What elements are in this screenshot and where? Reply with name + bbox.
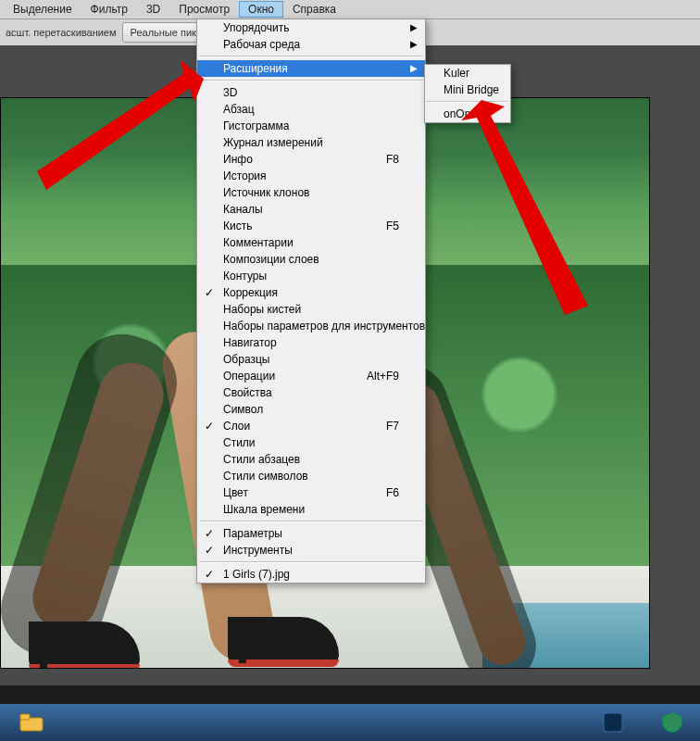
menu-item-label: Образцы xyxy=(223,353,269,366)
menu-item[interactable]: ЦветF6 xyxy=(197,484,425,501)
menu-item[interactable]: Шкала времени xyxy=(197,501,425,518)
menu-item-label: Контуры xyxy=(223,270,267,283)
menu-item-view[interactable]: Просмотр xyxy=(169,1,239,18)
submenu-arrow-icon: ▶ xyxy=(410,36,418,53)
menu-item[interactable]: Абзац xyxy=(197,101,425,118)
menu-item[interactable]: Упорядочить▶ xyxy=(197,19,425,36)
check-icon: ✓ xyxy=(205,284,214,301)
menu-item-label: Операции xyxy=(223,370,275,383)
menu-item[interactable]: Стили абзацев xyxy=(197,451,425,468)
menu-item-label: 3D xyxy=(223,86,237,99)
menu-item[interactable]: ОперацииAlt+F9 xyxy=(197,368,425,384)
check-icon: ✓ xyxy=(205,525,214,542)
menubar: Выделение Фильтр 3D Просмотр Окно Справк… xyxy=(0,0,700,19)
menu-item-help[interactable]: Справка xyxy=(283,1,345,18)
menu-item-label: Источник клонов xyxy=(223,186,309,199)
menu-item-label: Стили абзацев xyxy=(223,453,300,466)
menu-item-label: Наборы параметров для инструментов xyxy=(223,320,425,333)
photo-heel-shoe xyxy=(29,622,140,668)
menu-item-label: Цвет xyxy=(223,486,248,499)
menu-item[interactable]: Навигатор xyxy=(197,334,425,351)
menu-item-label: Свойства xyxy=(223,386,272,399)
menu-item-label: Упорядочить xyxy=(223,21,289,34)
menu-item[interactable]: Свойства xyxy=(197,384,425,401)
menu-item-select[interactable]: Выделение xyxy=(4,1,81,18)
submenu-item-label: Mini Bridge xyxy=(444,83,499,96)
menu-item[interactable]: ✓Коррекция xyxy=(197,284,425,301)
submenu-item[interactable]: Mini Bridge xyxy=(425,82,510,98)
menu-item[interactable]: История xyxy=(197,168,425,184)
folder-icon xyxy=(19,712,44,733)
menu-item-3d[interactable]: 3D xyxy=(137,1,169,18)
menu-item[interactable]: Гистограмма xyxy=(197,118,425,134)
window-menu-dropdown: Упорядочить▶Рабочая среда▶Расширения▶3DА… xyxy=(196,19,426,584)
menu-item-label: Абзац xyxy=(223,103,255,116)
menu-item-label: Инфо xyxy=(223,153,253,166)
photo-heel-shoe xyxy=(228,617,339,663)
menu-item[interactable]: ✓СлоиF7 xyxy=(197,418,425,434)
svg-rect-4 xyxy=(604,713,622,732)
menu-item-label: Коррекция xyxy=(223,286,278,299)
app-icon xyxy=(602,711,624,734)
menu-item[interactable]: Каналы xyxy=(197,201,425,218)
menu-item[interactable]: Наборы кистей xyxy=(197,301,425,318)
menu-item-label: Инструменты xyxy=(223,544,293,557)
menu-item-label: Навигатор xyxy=(223,336,277,349)
shield-icon xyxy=(661,711,683,734)
menu-item-label: Композиции слоев xyxy=(223,253,319,266)
menu-item-label: Символ xyxy=(223,403,263,416)
menu-item[interactable]: Журнал измерений xyxy=(197,134,425,151)
menu-item-label: Расширения xyxy=(223,62,288,75)
menu-item-label: Кисть xyxy=(223,220,252,232)
submenu-item[interactable]: onOne xyxy=(425,106,510,122)
menu-item[interactable]: Комментарии xyxy=(197,234,425,251)
submenu-item[interactable]: Kuler xyxy=(425,65,510,82)
taskbar-app-button[interactable] xyxy=(585,706,641,739)
menu-item[interactable]: Рабочая среда▶ xyxy=(197,36,425,53)
menu-item-label: Комментарии xyxy=(223,236,294,249)
menu-item-label: Параметры xyxy=(223,527,282,540)
menu-item[interactable]: Контуры xyxy=(197,268,425,284)
menu-item[interactable]: ✓Параметры xyxy=(197,525,425,542)
taskbar-app-button[interactable] xyxy=(644,706,700,739)
menu-item-label: Гистограмма xyxy=(223,119,289,132)
check-icon: ✓ xyxy=(205,542,214,559)
menu-shortcut: F7 xyxy=(386,418,399,434)
menu-shortcut: F8 xyxy=(386,151,399,168)
menu-item[interactable]: Образцы xyxy=(197,351,425,368)
menu-item[interactable]: КистьF5 xyxy=(197,218,425,234)
menu-item[interactable]: Источник клонов xyxy=(197,184,425,201)
menu-item[interactable]: 3D xyxy=(197,84,425,101)
extensions-submenu: KulerMini BridgeonOne xyxy=(424,64,511,123)
menu-item-window[interactable]: Окно xyxy=(239,1,283,18)
check-icon: ✓ xyxy=(205,418,214,434)
menu-item[interactable]: Расширения▶ xyxy=(197,60,425,77)
svg-rect-3 xyxy=(20,714,30,720)
menu-shortcut: F5 xyxy=(386,218,399,234)
menu-item-label: История xyxy=(223,170,267,182)
submenu-arrow-icon: ▶ xyxy=(410,60,418,77)
menu-item-label: Слои xyxy=(223,420,250,433)
menu-item-label: Стили символов xyxy=(223,470,308,483)
menu-item-filter[interactable]: Фильтр xyxy=(81,1,137,18)
drag-zoom-label: асшт. перетаскиванием xyxy=(6,27,117,38)
taskbar-explorer-button[interactable] xyxy=(4,706,59,739)
menu-item-label: Стили xyxy=(223,436,256,449)
menu-item[interactable]: Стили xyxy=(197,434,425,451)
menu-shortcut: Alt+F9 xyxy=(367,368,399,384)
submenu-item-label: Kuler xyxy=(444,67,469,80)
menu-item[interactable]: Стили символов xyxy=(197,468,425,484)
menu-item-label: Каналы xyxy=(223,203,263,216)
menu-item-label: Рабочая среда xyxy=(223,38,300,51)
menu-item[interactable]: ✓1 Girls (7).jpg xyxy=(197,566,425,583)
menu-item-label: Наборы кистей xyxy=(223,303,301,316)
menu-item[interactable]: Композиции слоев xyxy=(197,251,425,268)
menu-item[interactable]: ✓Инструменты xyxy=(197,542,425,559)
menu-shortcut: F6 xyxy=(386,484,399,501)
menu-item[interactable]: ИнфоF8 xyxy=(197,151,425,168)
menu-item[interactable]: Наборы параметров для инструментов xyxy=(197,318,425,334)
submenu-arrow-icon: ▶ xyxy=(410,19,418,36)
check-icon: ✓ xyxy=(205,566,214,583)
submenu-item-label: onOne xyxy=(444,107,477,120)
menu-item[interactable]: Символ xyxy=(197,401,425,418)
